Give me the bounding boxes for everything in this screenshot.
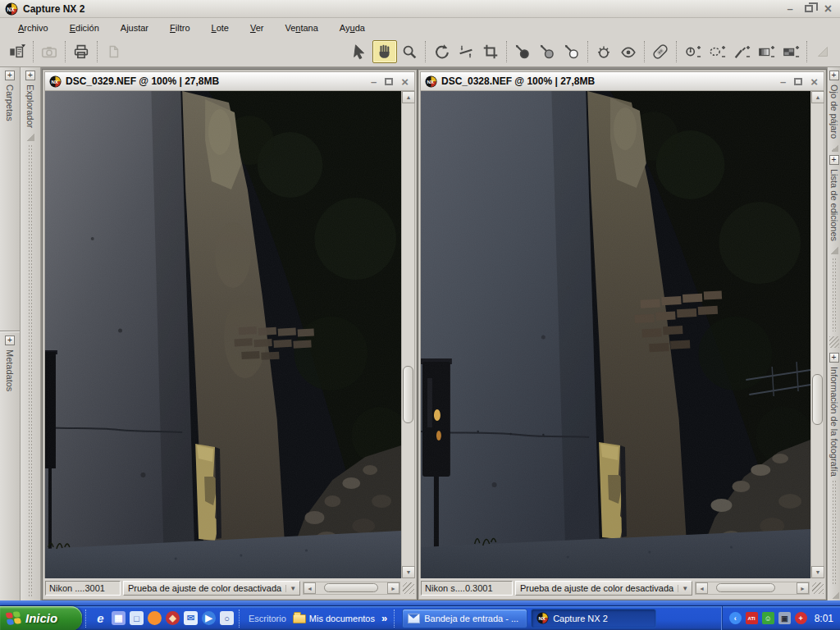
scroll-right-icon[interactable]: ► — [797, 582, 809, 594]
scrollbar-thumb[interactable] — [812, 374, 823, 425]
scroll-down-icon[interactable]: ▼ — [811, 566, 824, 578]
expand-plus-icon[interactable]: + — [5, 336, 15, 345]
tool-palette-layout-button[interactable] — [5, 40, 30, 63]
palette-grip-icon[interactable] — [830, 246, 838, 254]
resize-grip[interactable] — [812, 582, 824, 594]
restore-button[interactable] — [805, 5, 813, 12]
vertical-scrollbar[interactable]: ▲ ▼ — [401, 91, 414, 578]
firefox-icon[interactable] — [148, 611, 162, 625]
scrollbar-track[interactable] — [811, 103, 824, 566]
palette-tab-metadatos[interactable]: + Metadatos — [5, 332, 15, 391]
tool-print-button[interactable] — [69, 40, 94, 63]
tool-selection-gradient-plusminus-button[interactable] — [754, 40, 778, 63]
menu-edicion[interactable]: Edición — [60, 21, 109, 35]
palette-tab-ojo-de-pajaro[interactable]: + Ojo de pájaro — [829, 67, 839, 152]
status-green-icon[interactable]: ☺ — [762, 612, 774, 624]
tool-neutral-control-point-button[interactable] — [535, 40, 559, 63]
expand-plus-icon[interactable]: + — [829, 353, 839, 363]
scrollbar-thumb[interactable] — [403, 366, 413, 423]
tool-selection-brush-plusminus-button[interactable] — [729, 40, 754, 63]
close-button[interactable]: × — [401, 75, 409, 88]
document-canvas[interactable]: ▲ ▼ — [420, 91, 824, 578]
scrollbar-thumb[interactable] — [716, 583, 775, 592]
palette-grip-icon[interactable] — [830, 144, 838, 152]
tool-rotate-button[interactable] — [429, 40, 454, 63]
tool-black-control-point-button[interactable] — [510, 40, 535, 63]
tool-red-eye-control-point-button[interactable] — [616, 40, 641, 63]
tool-select-control-point-plusminus-button[interactable] — [680, 40, 705, 63]
resize-grip[interactable] — [403, 582, 414, 594]
menu-filtro[interactable]: Filtro — [160, 21, 199, 35]
close-button[interactable]: × — [810, 75, 818, 88]
tool-hand-button[interactable] — [372, 40, 397, 63]
image-window-dsc-0329[interactable]: NX DSC_0329.NEF @ 100% | 27,8MB – × — [42, 69, 418, 600]
menu-ver[interactable]: Ver — [240, 21, 274, 35]
scroll-right-icon[interactable]: ► — [387, 582, 399, 594]
user-agent-icon[interactable]: ▣ — [778, 612, 791, 624]
minimize-button[interactable]: – — [371, 76, 377, 87]
palette-tab-carpetas[interactable]: + Carpetas — [5, 67, 15, 121]
scroll-left-icon[interactable]: ◄ — [304, 582, 316, 594]
vertical-scrollbar[interactable]: ▲ ▼ — [810, 91, 824, 578]
expand-plus-icon[interactable]: + — [5, 71, 15, 80]
ati-icon[interactable]: ATI — [746, 612, 758, 624]
scrollbar-track[interactable] — [402, 103, 414, 566]
outlook-express-icon[interactable]: ✉ — [184, 611, 198, 625]
palette-tab-informacion-fotografia[interactable]: + Información de la fotografía — [829, 349, 839, 477]
soft-proof-dropdown[interactable]: Prueba de ajuste de color desactivada ▼ — [515, 581, 692, 596]
scroll-left-icon[interactable]: ◄ — [696, 582, 708, 594]
minimize-button[interactable]: – — [787, 3, 792, 14]
search-icon[interactable]: ○ — [220, 611, 234, 625]
close-button[interactable]: × — [824, 2, 832, 16]
palette-tab-explorador[interactable]: + Explorador — [25, 67, 35, 141]
tool-direct-select-button[interactable] — [348, 40, 372, 63]
horizontal-scrollbar[interactable]: ◄ ► — [303, 582, 400, 595]
expand-plus-icon[interactable]: + — [829, 155, 839, 165]
scroll-up-icon[interactable]: ▲ — [402, 91, 415, 103]
soft-proof-dropdown[interactable]: Prueba de ajuste de color desactivada ▼ — [123, 581, 300, 596]
scrollbar-thumb[interactable] — [324, 583, 378, 592]
menu-ventana[interactable]: Ventana — [275, 21, 327, 35]
corner-grip-icon[interactable] — [829, 589, 839, 599]
windows-media-player-icon[interactable]: ▶ — [202, 611, 216, 625]
maximize-button[interactable] — [385, 78, 393, 85]
expand-plus-icon[interactable]: + — [829, 71, 839, 80]
tool-white-control-point-button[interactable] — [559, 40, 584, 63]
document-titlebar[interactable]: NX DSC_0328.NEF @ 100% | 27,8MB – × — [420, 71, 824, 91]
horizontal-scrollbar[interactable]: ◄ ► — [695, 582, 810, 595]
scrollbar-track[interactable] — [708, 582, 797, 594]
task-button-bandeja-de-entrada[interactable]: Bandeja de entrada - ... — [402, 609, 527, 628]
document-canvas[interactable]: ▲ ▼ — [44, 91, 415, 578]
shortcut-mis-documentos[interactable]: Mis documentos — [290, 613, 378, 623]
menu-ajustar[interactable]: Ajustar — [111, 21, 158, 35]
task-button-capture-nx2[interactable]: NX Capture NX 2 — [531, 609, 656, 628]
show-desktop-icon[interactable]: □ — [130, 611, 144, 625]
image-window-dsc-0328[interactable]: NX DSC_0328.NEF @ 100% | 27,8MB – × — [418, 69, 827, 600]
tool-lasso-marquee-plusminus-button[interactable] — [705, 40, 729, 63]
strip-resize-grip-icon[interactable] — [829, 336, 839, 348]
minimize-button[interactable]: – — [780, 76, 786, 87]
start-button[interactable]: Inicio — [0, 606, 82, 630]
document-titlebar[interactable]: NX DSC_0329.NEF @ 100% | 27,8MB – × — [44, 71, 415, 91]
hide-icons-chevron[interactable]: ‹ — [729, 612, 742, 624]
tool-zoom-button[interactable] — [397, 40, 422, 63]
scroll-up-icon[interactable]: ▲ — [811, 91, 824, 103]
maximize-button[interactable] — [794, 78, 802, 85]
shortcut-escritorio[interactable]: Escritorio — [245, 614, 290, 623]
security-red-icon[interactable]: + — [795, 612, 807, 624]
scroll-down-icon[interactable]: ▼ — [402, 566, 415, 578]
palette-grip-icon[interactable] — [26, 133, 34, 141]
overflow-chevron-icon[interactable]: » — [378, 612, 390, 624]
expand-plus-icon[interactable]: + — [25, 71, 35, 80]
scrollbar-track[interactable] — [316, 582, 387, 594]
menu-archivo[interactable]: Archivo — [8, 21, 58, 35]
tool-straighten-button[interactable] — [454, 40, 478, 63]
menu-lote[interactable]: Lote — [202, 21, 239, 35]
tool-crop-button[interactable] — [478, 40, 503, 63]
tool-color-control-point-button[interactable] — [591, 40, 616, 63]
tool-auto-retouch-brush-button[interactable] — [648, 40, 673, 63]
tool-selection-fill-plusminus-button[interactable] — [778, 40, 803, 63]
menu-ayuda[interactable]: Ayuda — [330, 21, 375, 35]
internet-explorer-icon[interactable]: e — [94, 611, 107, 625]
palette-tab-lista-de-ediciones[interactable]: + Lista de ediciones — [829, 152, 839, 254]
